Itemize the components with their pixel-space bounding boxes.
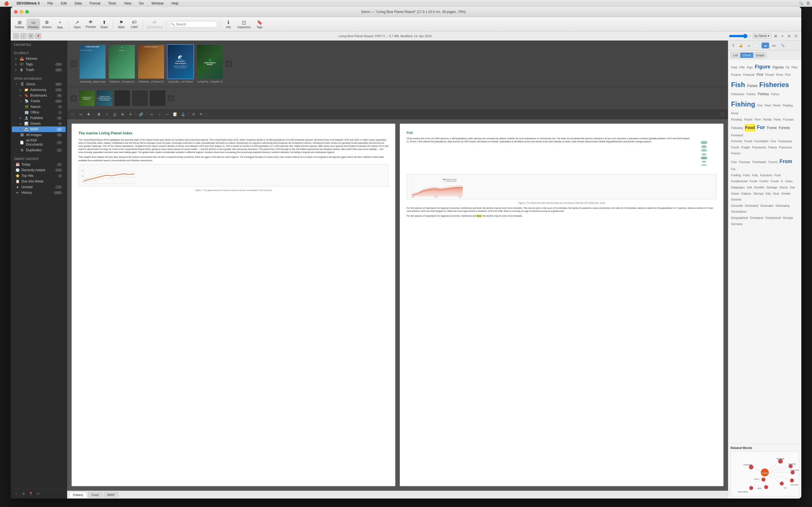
- thumb2-item-3[interactable]: [114, 91, 130, 106]
- window-menu[interactable]: Window: [150, 1, 165, 6]
- thumb-item-living-blue[interactable]: 🌊 Living BluePlanet Report Species, habi…: [167, 44, 194, 83]
- sidebar-toggle-button[interactable]: ⊞ Sidebar: [13, 18, 26, 30]
- sidebar-item-inboxes[interactable]: ▶ 📥 Inboxes: [12, 56, 66, 61]
- line-button[interactable]: —: [164, 111, 170, 118]
- data-menu[interactable]: Data: [73, 1, 83, 6]
- thumb-item-fisheries1[interactable]: 🐟 Fisheries Fisheries...d Areas (1): [108, 44, 135, 83]
- toolbar: ⊞ Sidebar ▭ Preview ⚙ Actions ＋ New ↗ Op…: [11, 17, 406, 32]
- maximize-button[interactable]: [26, 10, 29, 13]
- thumb2-item-4[interactable]: [132, 91, 148, 106]
- sidebar-item-history[interactable]: ↩ History 1869: [12, 190, 66, 195]
- link-button[interactable]: 🔗: [138, 111, 144, 118]
- bold-button[interactable]: B: [96, 111, 102, 118]
- duplicates-badge: 22: [56, 149, 62, 152]
- new-button[interactable]: ＋ New: [54, 18, 66, 30]
- sidebar-item-tags[interactable]: ▶ 🏷 Tags 184: [12, 61, 66, 67]
- sidebar-item-all-images[interactable]: 🖼 All Images 45: [12, 132, 66, 138]
- sidebar-item-bookmarks[interactable]: ▶ 🔖 Bookmarks 56: [12, 93, 66, 98]
- thumbs-nav-prev[interactable]: ‹: [70, 61, 77, 67]
- thumb-item-fisheries2[interactable]: Fisheries Areas (2) Fisheries...d Areas …: [138, 44, 165, 83]
- fontsize-button[interactable]: A: [127, 111, 134, 118]
- search-input[interactable]: [169, 21, 217, 27]
- edit-cursor-button[interactable]: ⬚: [69, 111, 76, 118]
- go-menu[interactable]: Go: [138, 1, 146, 6]
- underline-button[interactable]: U: [111, 111, 118, 118]
- thumb-item-assessing[interactable]: SARGASSO SEA Assessment Report Assessing…: [79, 44, 106, 83]
- thumbs-nav-next[interactable]: ›: [225, 61, 232, 67]
- synchronize-button[interactable]: ⟳ Synchronize: [145, 18, 164, 30]
- rotate-left-button[interactable]: ↺: [190, 111, 197, 118]
- edit-sep-4: [188, 112, 188, 117]
- sidebar-item-top-hits[interactable]: ⭐ Top Hits 6: [12, 173, 66, 179]
- pubmed-icon: 🔬: [24, 116, 29, 120]
- actions-button[interactable]: ⚙ Actions: [41, 18, 53, 30]
- circle-button[interactable]: ○: [156, 111, 163, 118]
- label-button[interactable]: 🏷 Label: [128, 18, 140, 30]
- edit-pan-button[interactable]: ✚: [85, 111, 92, 118]
- open-databases-header: Open Databases: [11, 74, 67, 81]
- thumb-living-blue-label: Living Blu...net Report: [168, 80, 193, 83]
- thumb-item-living-for[interactable]: 🌲 LIVING FORESTSREPORT Living For...Chap…: [196, 44, 223, 83]
- rotate-right-button[interactable]: ↻: [198, 111, 205, 118]
- frame-button[interactable]: ▭: [148, 111, 155, 118]
- tag-icon: 🏷: [19, 62, 24, 66]
- thumb2-item-1[interactable]: FORESTS & ENERGY: [79, 91, 94, 106]
- inspectors-button[interactable]: ◫ Inspectors: [236, 18, 252, 30]
- sidebar-item-astronomy[interactable]: ▶ 📁 Astronomy 139: [12, 87, 66, 93]
- doc-section-title-left: The marine Living Planet Index: [79, 130, 389, 136]
- expand-icon-feeds: ▼: [20, 100, 22, 103]
- pin-button[interactable]: 📌: [35, 33, 41, 39]
- thumbs2-nav-prev[interactable]: ‹: [70, 95, 77, 101]
- view-menu[interactable]: View: [122, 1, 133, 6]
- sidebar-item-recently-added[interactable]: 🕐 Recently Added 879: [12, 167, 66, 173]
- share-button[interactable]: ⬆ Share: [98, 18, 110, 30]
- tools-menu[interactable]: Tools: [107, 1, 118, 6]
- toolbar-separator-4: [166, 20, 167, 29]
- sidebar-item-office[interactable]: 🏢 Office 1: [12, 110, 66, 115]
- thumb2-item-5[interactable]: [150, 91, 165, 106]
- doc-viewer[interactable]: The marine Living Planet Index The Livin…: [67, 119, 406, 253]
- sidebar-item-unread[interactable]: ● Unread 773: [12, 184, 66, 190]
- nature-icon: 🌿: [24, 105, 29, 109]
- edit-menu[interactable]: Edit: [59, 1, 68, 6]
- open-button[interactable]: ↗ Open: [71, 18, 84, 30]
- preview-toggle-button[interactable]: ▭ Preview: [27, 18, 40, 30]
- edit-crop-button[interactable]: ▭: [77, 111, 84, 118]
- sidebar-item-trash[interactable]: ▶ 🗑 Trash 256: [12, 67, 66, 73]
- info-button[interactable]: ℹ Info: [222, 18, 235, 30]
- nav-back-button[interactable]: ‹: [13, 33, 19, 39]
- close-button[interactable]: [14, 10, 17, 13]
- sidebar-item-demo[interactable]: ▼ 🗄 Demo 680: [12, 81, 66, 87]
- doc-body-left-1: The Living Planet Report 2014 highlighte…: [79, 138, 389, 154]
- apple-menu[interactable]: 🍎: [2, 1, 10, 6]
- thumbs2-nav-next[interactable]: ›: [168, 95, 174, 101]
- format-menu[interactable]: Format: [88, 1, 102, 6]
- nav-forward-button[interactable]: ›: [20, 33, 27, 39]
- layers-button[interactable]: ⧠: [28, 33, 34, 39]
- help-menu[interactable]: Help: [170, 1, 180, 6]
- app-menu[interactable]: DEVONthink 3: [15, 1, 41, 6]
- tags-button[interactable]: 🔖 Tags: [253, 18, 266, 30]
- sidebar-item-due-this-week[interactable]: 📋 Due this Week: [12, 179, 66, 184]
- sidebar-item-all-pdf[interactable]: 📄 All PDF Documents 13: [12, 138, 66, 147]
- file-menu[interactable]: File: [46, 1, 54, 6]
- minimize-button[interactable]: [20, 10, 23, 13]
- doc-toolbar-group: ↗ Open 👁 Preview ⬆ Share: [71, 18, 110, 30]
- mark-button[interactable]: ⚑ Mark: [115, 18, 128, 30]
- strikethrough-button[interactable]: S: [119, 111, 126, 118]
- preview2-button[interactable]: 👁 Preview: [84, 18, 98, 30]
- info-icon: ℹ: [227, 20, 229, 25]
- sidebar-item-feeds[interactable]: ▼ 📡 Feeds 680: [12, 98, 66, 104]
- thumb2-item-2[interactable]: FORESTS AND CLIMATE HERO AT A CROSSROADS: [97, 91, 112, 106]
- anchor-button[interactable]: ⚓: [180, 111, 186, 118]
- sidebar-item-pubmed[interactable]: ▶ 🔬 PubMed 40: [12, 115, 66, 121]
- sidebar-item-sheets[interactable]: ▶ 📊 Sheets 4: [12, 121, 66, 126]
- thumb-fisheries1-img: 🐟 Fisheries: [109, 45, 135, 78]
- note-button[interactable]: 📝: [172, 111, 179, 118]
- sidebar-item-wwf[interactable]: ▶ 🐼 WWF 12: [12, 126, 66, 132]
- sidebar-item-duplicates[interactable]: ⧉ Duplicates 22: [12, 147, 66, 153]
- sidebar-item-today[interactable]: 📅 Today 16: [12, 162, 66, 167]
- italic-button[interactable]: I: [103, 111, 110, 118]
- top-hits-icon: ⭐: [15, 174, 20, 178]
- sidebar-item-nature[interactable]: 🌿 Nature 4: [12, 104, 66, 110]
